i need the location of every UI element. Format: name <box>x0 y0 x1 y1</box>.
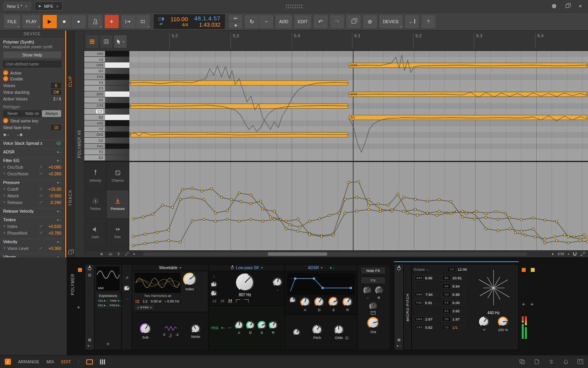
device-power-icon[interactable] <box>397 267 401 270</box>
feg-sustain-knob[interactable]: S <box>258 321 266 335</box>
filter-route-icon[interactable]: ↕ <box>213 274 215 279</box>
groove-icon[interactable]: ⇄ <box>160 22 163 26</box>
micropitch-white-key-cell[interactable]: G36.99 <box>441 291 467 298</box>
slope-icon[interactable] <box>244 299 249 302</box>
view-tab-mix[interactable]: MIX <box>46 359 54 364</box>
pole-18[interactable]: 18 <box>220 299 224 303</box>
midi-note-ds3[interactable]: D#3 <box>349 92 587 97</box>
piano-key-e2[interactable]: E2 <box>84 155 129 161</box>
expression-pres[interactable]: PRES●→ <box>109 304 122 307</box>
oscillator-display[interactable]: MW <box>96 266 120 291</box>
mod-route-icon[interactable]: ●→ <box>57 181 61 184</box>
cutoff-value[interactable]: 807 Hz <box>239 293 251 297</box>
wavetable-position-icon[interactable] <box>135 300 140 303</box>
record-button[interactable]: ● <box>72 15 86 28</box>
piano-key-e3[interactable]: E3 <box>84 86 129 91</box>
sub-octave-minus1[interactable]: -1 <box>169 333 172 337</box>
polymer-device[interactable]: ▤ ▦ ●→ MW Expressions VEL●→ TIMB●→ REL●→… <box>85 264 390 350</box>
device-grid-icon[interactable]: ▦ <box>88 338 91 342</box>
remove-modulation-icon[interactable]: × <box>3 246 5 250</box>
add-button[interactable]: ADD <box>276 15 292 28</box>
info-button[interactable]: i <box>5 359 11 365</box>
sub-octave-minus2[interactable]: -2 <box>175 333 178 337</box>
index-knob[interactable]: Index <box>183 273 196 298</box>
redo-button[interactable]: ↷ <box>330 15 344 28</box>
micropitch-white-key-cell[interactable]: B310.91 <box>441 274 467 281</box>
tab-clip[interactable]: CLIP <box>68 76 73 87</box>
micropitch-black-key-cell[interactable]: F#35.91 <box>414 299 439 306</box>
remove-modulation-icon[interactable]: × <box>3 165 5 169</box>
micropitch-black-key-cell[interactable]: C#30.92 <box>414 324 439 331</box>
lane-gain[interactable]: Gain <box>84 219 107 247</box>
sub-waveform-icon[interactable] <box>163 326 178 331</box>
reference-pitch-value[interactable]: 440 Hz <box>487 311 500 315</box>
enable-checkbox[interactable]: ✓ <box>3 76 8 81</box>
restore-window-icon[interactable] <box>566 4 569 8</box>
mod-amount[interactable]: -0.550 <box>45 193 61 198</box>
piano-key-gs3[interactable]: G#3 <box>84 62 129 68</box>
remove-modulation-icon[interactable]: × <box>3 171 5 176</box>
sub-octave-0[interactable]: 0 <box>163 333 165 337</box>
close-window-icon[interactable]: × <box>579 3 582 9</box>
piano-key-d3[interactable]: D3 <box>84 97 129 103</box>
micropitch-black-key-cell[interactable]: G#37.94 <box>414 291 439 298</box>
delete-button[interactable]: ⊘ <box>363 15 377 28</box>
playhead-time-value[interactable]: 1:43.032 <box>194 22 220 28</box>
grid-resolution-caret-icon[interactable]: ▴ <box>568 252 569 255</box>
mod-out-icon[interactable]: ◉→ <box>3 133 10 137</box>
midi-note[interactable] <box>130 132 348 137</box>
pitch-env-knob[interactable] <box>293 329 300 336</box>
remove-modulation-icon[interactable]: × <box>3 200 5 204</box>
piano-key-a2[interactable]: A2 <box>84 126 129 132</box>
pole-12[interactable]: 12 <box>212 299 216 303</box>
semitone-value[interactable]: 0.00 st <box>151 299 162 303</box>
keytrack-knob[interactable] <box>211 281 217 288</box>
ratio-value[interactable]: 1:1 <box>143 299 148 303</box>
micropitch-black-key-cell[interactable]: D#32.97 <box>414 315 439 322</box>
link-icon[interactable] <box>125 252 129 256</box>
feg-release-knob[interactable]: R <box>269 321 278 335</box>
micropitch-white-key-cell[interactable]: D31.97 <box>441 315 467 322</box>
follow-playhead-button[interactable]: ▸▸ <box>229 15 242 21</box>
expression-timb[interactable]: TIMB●→ <box>109 299 122 302</box>
device-mod-icon[interactable]: ●→ <box>397 344 401 348</box>
param-value[interactable]: Off <box>51 89 61 95</box>
pointer-tool-button[interactable]: ▾ <box>114 35 127 48</box>
loop-button[interactable]: ↻ <box>245 15 259 28</box>
track-color-chip[interactable] <box>78 268 82 272</box>
env-sustain-knob[interactable]: S <box>328 297 338 312</box>
param-value[interactable]: 10 <box>51 125 61 130</box>
fx-send-knob[interactable] <box>369 302 377 315</box>
device-grid-icon[interactable]: ▦ <box>397 338 401 342</box>
env-decay-knob[interactable]: D <box>314 297 324 312</box>
micro-pitch-device[interactable]: ▦ ●→ MICRO-PITCH Octave → C4 12.00 A#39.… <box>394 264 519 350</box>
view-tab-arrange[interactable]: ARRANGE <box>18 359 39 364</box>
retrigger-option-never[interactable]: Never <box>3 110 22 117</box>
mod-route-icon[interactable]: ●→ <box>57 218 61 222</box>
expression-vel[interactable]: VEL●→ <box>98 299 108 302</box>
filter-power-icon[interactable] <box>231 266 234 269</box>
layers-icon[interactable] <box>68 251 72 254</box>
midi-note[interactable] <box>130 104 348 109</box>
micropitch-white-key-cell[interactable]: E33.92 <box>441 307 467 314</box>
mod-in-icon[interactable]: →◉ <box>16 133 23 137</box>
midi-note-b2[interactable]: B2 <box>349 115 587 120</box>
project-tab-mpe[interactable]: ▶ MPE × <box>34 2 63 11</box>
mod-amount[interactable]: +0.360 <box>45 246 61 251</box>
slope-icon[interactable] <box>236 299 240 302</box>
note-chip[interactable]: C4 <box>447 267 456 272</box>
horizontal-scrollbar[interactable] <box>143 252 527 256</box>
stop-button[interactable]: ■ <box>57 15 71 28</box>
retrigger-option-note-on[interactable]: Note on <box>23 110 42 117</box>
env-release-knob[interactable]: R <box>343 297 352 312</box>
piano-key-b2[interactable]: B2 <box>84 115 129 120</box>
micropitch-white-key-cell[interactable]: C31/1 <box>441 324 467 331</box>
remove-modulation-icon[interactable]: × <box>3 187 5 191</box>
dual-display-icon[interactable] <box>100 359 105 364</box>
lane-pan[interactable]: Pan <box>107 219 129 247</box>
phase-knob[interactable] <box>124 285 130 291</box>
mix-knob[interactable]: 100 % <box>498 317 508 332</box>
tempo-value[interactable]: 110.00 <box>171 16 188 22</box>
sync-button[interactable]: ◂ SYNC ▸ <box>135 305 154 310</box>
remove-modulation-icon[interactable]: × <box>3 224 5 228</box>
